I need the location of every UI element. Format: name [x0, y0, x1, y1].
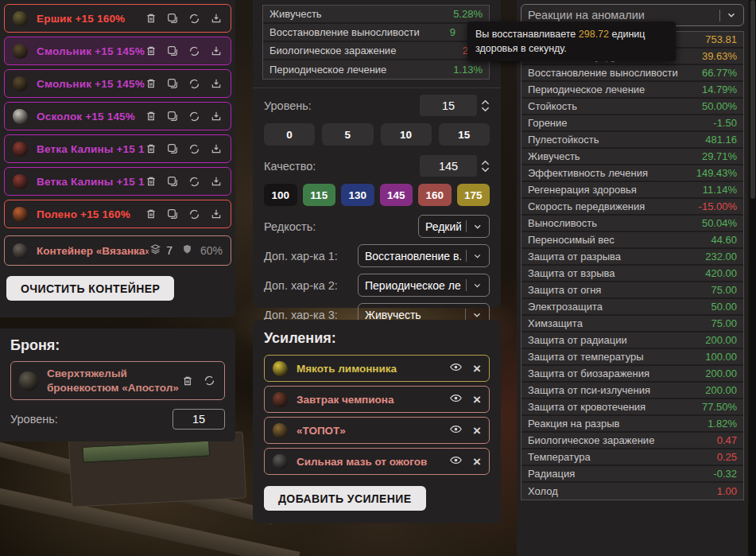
- quality-preset-button[interactable]: 100: [264, 184, 297, 206]
- inventory-item-row[interactable]: Полено +15 160%: [4, 200, 231, 228]
- delete-icon[interactable]: [145, 142, 157, 155]
- summary-value: 420.00: [705, 267, 737, 279]
- remove-buff-icon[interactable]: ×: [473, 362, 481, 375]
- item-label: Ветка Калины +15 145%: [37, 143, 145, 155]
- delete-icon[interactable]: [145, 175, 157, 188]
- copy-icon[interactable]: [166, 12, 179, 25]
- page-scrollbar[interactable]: [750, 0, 756, 556]
- quality-preset-row: 100115130145160175: [264, 184, 490, 206]
- summary-value: 200.00: [705, 334, 737, 346]
- delete-icon[interactable]: [145, 12, 157, 25]
- inventory-item-row[interactable]: Ветка Калины +15 145%: [4, 134, 231, 163]
- copy-icon[interactable]: [166, 77, 179, 90]
- quality-preset-button[interactable]: 145: [380, 184, 413, 206]
- summary-row: Защита от кровотечения 77.50%: [521, 399, 743, 416]
- chevron-up-icon: [481, 99, 490, 105]
- export-icon[interactable]: [210, 77, 223, 90]
- buff-row[interactable]: Сильная мазь от ожогов ×: [264, 448, 490, 475]
- reroll-icon[interactable]: [188, 12, 201, 25]
- copy-icon[interactable]: [166, 208, 179, 220]
- armor-level-input[interactable]: 15: [173, 409, 225, 430]
- inventory-item-row[interactable]: Ветка Калины +15 145%: [4, 167, 231, 196]
- summary-row: Скорость передвижения -15.00%: [521, 199, 743, 216]
- armor-item-icon: [19, 371, 38, 391]
- summary-row: Выносливость 50.04%: [521, 216, 743, 232]
- inventory-item-row[interactable]: Ершик +15 160%: [4, 4, 231, 33]
- delete-icon[interactable]: [145, 45, 157, 57]
- clear-container-button[interactable]: ОЧИСТИТЬ КОНТЕЙНЕР: [6, 276, 174, 301]
- summary-value: 50.00: [711, 301, 737, 313]
- reroll-icon[interactable]: [188, 142, 201, 156]
- delete-icon[interactable]: [145, 110, 157, 122]
- export-icon[interactable]: [210, 45, 223, 57]
- copy-icon[interactable]: [166, 110, 179, 122]
- export-icon[interactable]: [210, 12, 223, 25]
- stat-value: 5.28%: [453, 8, 483, 20]
- container-label: Контейнер «Вязанка»: [37, 245, 149, 257]
- delete-icon[interactable]: [145, 77, 157, 90]
- inventory-item-row[interactable]: Осколок +15 145%: [4, 102, 231, 130]
- armor-item-row[interactable]: Сверхтяжелый бронекостюм «Апостол»: [10, 361, 225, 400]
- level-stepper[interactable]: [481, 99, 490, 112]
- summary-value: 75.00: [711, 284, 737, 296]
- branch-item-icon: [13, 174, 28, 189]
- summary-row: Биологическое заражение 0.47: [521, 433, 743, 449]
- extra-stat-rows: Доп. хар-ка 1: Восстановление в... Доп. …: [264, 244, 490, 326]
- quality-input[interactable]: 145: [420, 155, 477, 177]
- copy-icon[interactable]: [166, 175, 179, 188]
- item-label: Смольник +15 145%: [37, 78, 145, 90]
- level-preset-button[interactable]: 5: [322, 123, 373, 146]
- resin-item-icon: [13, 44, 28, 59]
- export-icon[interactable]: [210, 175, 223, 188]
- export-icon[interactable]: [210, 208, 223, 220]
- extra-stat-select[interactable]: Восстановление в...: [358, 244, 490, 267]
- quality-preset-button[interactable]: 130: [341, 184, 374, 206]
- reroll-icon[interactable]: [188, 175, 201, 189]
- reroll-icon[interactable]: [188, 77, 201, 91]
- reroll-icon[interactable]: [188, 110, 201, 123]
- buff-row[interactable]: «ТОПОТ» ×: [264, 417, 490, 444]
- level-preset-button[interactable]: 10: [381, 123, 432, 146]
- buff-list: Мякоть лимонника × Завтрак чемпиона × «Т…: [264, 355, 490, 475]
- scrollbar-thumb[interactable]: [750, 0, 755, 199]
- level-preset-button[interactable]: 15: [439, 123, 490, 146]
- layers-icon: [149, 243, 162, 259]
- summary-panel: Реакции на аномалии 753.81 Лечение в сек…: [517, 0, 748, 556]
- export-icon[interactable]: [210, 142, 223, 155]
- level-preset-button[interactable]: 0: [264, 123, 315, 146]
- reroll-icon[interactable]: [188, 208, 201, 221]
- remove-buff-icon[interactable]: ×: [473, 455, 481, 469]
- copy-icon[interactable]: [166, 142, 179, 155]
- delete-icon[interactable]: [145, 208, 157, 220]
- inventory-item-row[interactable]: Смольник +15 145%: [4, 69, 231, 98]
- add-buff-button[interactable]: ДОБАВИТЬ УСИЛЕНИЕ: [264, 486, 426, 511]
- summary-value: 77.50%: [702, 401, 737, 413]
- remove-buff-icon[interactable]: ×: [473, 424, 481, 437]
- buff-row[interactable]: Завтрак чемпиона ×: [264, 386, 490, 413]
- divider: [253, 87, 501, 88]
- eye-icon[interactable]: [449, 360, 463, 376]
- editor-stat-row: Восстановление выносливости 9: [263, 24, 489, 42]
- delete-icon[interactable]: [181, 375, 194, 387]
- quality-stepper[interactable]: [481, 160, 490, 173]
- background-radio-screen: [82, 441, 210, 463]
- copy-icon[interactable]: [166, 45, 179, 57]
- container-row[interactable]: Контейнер «Вязанка» 7 60%: [4, 235, 231, 266]
- export-icon[interactable]: [210, 110, 223, 122]
- reroll-icon[interactable]: [203, 374, 216, 387]
- reroll-icon[interactable]: [188, 45, 201, 58]
- eye-icon[interactable]: [449, 391, 463, 407]
- quality-preset-button[interactable]: 115: [303, 184, 336, 206]
- quality-preset-button[interactable]: 160: [418, 184, 452, 206]
- quality-preset-button[interactable]: 175: [457, 184, 490, 206]
- remove-buff-icon[interactable]: ×: [473, 393, 481, 406]
- level-input[interactable]: 15: [420, 95, 477, 116]
- eye-icon[interactable]: [449, 422, 463, 438]
- chevron-down-icon: [472, 221, 483, 232]
- rarity-select[interactable]: Редкий: [418, 215, 490, 238]
- eye-icon[interactable]: [449, 453, 463, 469]
- inventory-item-row[interactable]: Смольник +15 145%: [4, 37, 231, 65]
- buff-row[interactable]: Мякоть лимонника ×: [264, 355, 490, 382]
- extra-stat-row: Доп. хар-ка 2: Периодическое ле...: [264, 274, 490, 297]
- extra-stat-select[interactable]: Периодическое ле...: [358, 274, 490, 297]
